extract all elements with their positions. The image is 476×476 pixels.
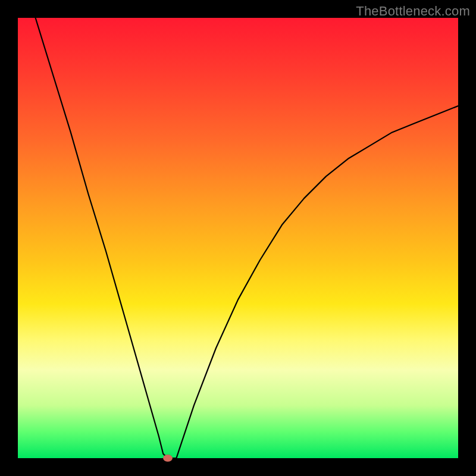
attribution-label: TheBottleneck.com xyxy=(356,4,470,19)
bottleneck-curve xyxy=(18,18,458,458)
plot-area xyxy=(18,18,458,458)
optimal-point-marker xyxy=(163,455,173,462)
chart-frame: TheBottleneck.com xyxy=(0,0,476,476)
